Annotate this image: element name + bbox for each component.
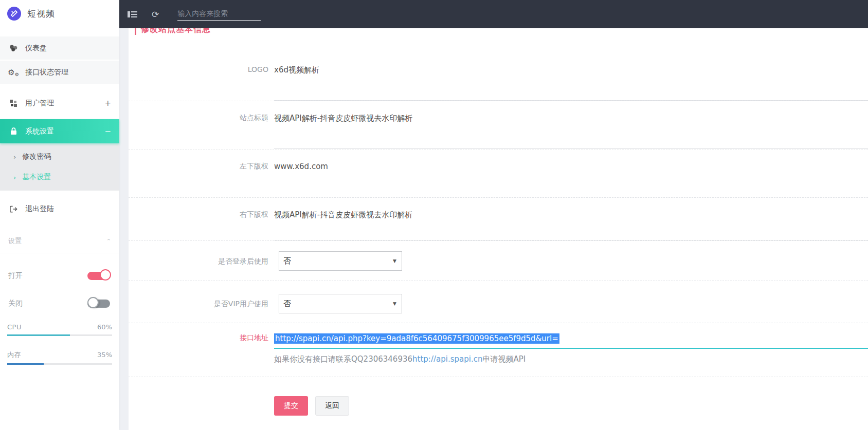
settings-form: LOGO x6d视频解析 站点标题 视频API解析-抖音皮皮虾微视去水印解析 左…	[129, 53, 868, 416]
chevron-right-icon: ›	[13, 174, 16, 181]
site-title-input[interactable]: 视频API解析-抖音皮皮虾微视去水印解析	[274, 114, 868, 149]
cpu-progress-bar	[7, 334, 112, 336]
submit-button[interactable]: 提交	[274, 396, 308, 416]
sidebar-collapse-icon[interactable]	[128, 11, 137, 18]
topbar: ⟳	[119, 0, 868, 28]
dropdown-arrow-icon: ▼	[393, 301, 396, 306]
api-url-input[interactable]: http://spapi.cn/api.php?key=9ada8f6c5640…	[274, 333, 868, 349]
dashboard-icon	[8, 44, 19, 52]
submenu-item-basic-settings[interactable]: › 基本设置	[0, 167, 119, 188]
refresh-icon[interactable]: ⟳	[152, 9, 159, 20]
brand[interactable]: 短视频	[0, 0, 119, 27]
settings-section-header[interactable]: 设置 ⌃	[0, 236, 119, 246]
submenu-item-change-password[interactable]: › 修改密码	[0, 146, 119, 167]
search-input[interactable]	[177, 9, 261, 17]
open-toggle[interactable]	[87, 271, 111, 281]
sidebar-item-system-settings[interactable]: 系统设置 −	[0, 119, 119, 143]
main-content: 修改站点基本信息 LOGO x6d视频解析 站点标题 视频API解析-抖音皮皮虾…	[129, 28, 868, 430]
form-row-api-url: 接口地址 http://spapi.cn/api.php?key=9ada8f6…	[129, 323, 868, 377]
vip-required-select[interactable]: 否 ▼	[279, 294, 402, 313]
api-help-link[interactable]: http://api.spapi.cn	[412, 354, 482, 364]
memory-progress-bar	[7, 363, 112, 365]
cpu-meter: CPU 60%	[0, 323, 119, 336]
form-row-login-required: 是否登录后使用 否 ▼	[129, 241, 868, 281]
right-copyright-input[interactable]: 视频API解析-抖音皮皮虾微视去水印解析	[274, 210, 868, 240]
sidebar-item-dashboard[interactable]: 仪表盘	[0, 36, 119, 61]
api-url-selected-text: http://spapi.cn/api.php?key=9ada8f6c5640…	[274, 333, 559, 344]
app-title: 短视频	[27, 8, 55, 20]
brand-logo-icon	[7, 7, 21, 21]
sidebar-item-logout[interactable]: 退出登陆	[0, 197, 119, 221]
left-copyright-input[interactable]: www.x6d.com	[274, 162, 868, 197]
form-actions: 提交 返回	[129, 396, 868, 416]
toggle-row-close: 关闭	[0, 298, 119, 309]
form-row-vip-required: 是否VIP用户使用 否 ▼	[129, 281, 868, 323]
expand-plus-icon[interactable]: +	[104, 99, 111, 108]
login-required-select[interactable]: 否 ▼	[279, 251, 402, 271]
gears-icon: ⚙⚙	[8, 68, 19, 77]
system-settings-submenu: › 修改密码 › 基本设置	[0, 143, 119, 191]
sidebar-item-api-status[interactable]: ⚙⚙ 接口状态管理	[0, 61, 119, 85]
sidebar-menu: 仪表盘 ⚙⚙ 接口状态管理 用户管理 + 系统设置 − › 修改密码	[0, 36, 119, 221]
form-row-logo: LOGO x6d视频解析	[129, 53, 868, 101]
search-field	[177, 8, 261, 21]
memory-meter: 内存 35%	[0, 350, 119, 365]
collapse-minus-icon[interactable]: −	[104, 127, 111, 136]
back-button[interactable]: 返回	[315, 396, 349, 416]
api-help-text: 如果你没有接口请联系QQ2306346936http://api.spapi.c…	[274, 354, 868, 364]
logo-input[interactable]: x6d视频解析	[274, 65, 868, 101]
chevron-right-icon: ›	[13, 153, 16, 161]
lock-icon	[8, 127, 19, 135]
form-row-right-copyright: 右下版权 视频API解析-抖音皮皮虾微视去水印解析	[129, 198, 868, 241]
chevron-up-icon: ⌃	[106, 238, 111, 245]
sidebar-item-users[interactable]: 用户管理 +	[0, 91, 119, 115]
divider	[0, 253, 119, 253]
dropdown-arrow-icon: ▼	[393, 258, 396, 264]
form-row-left-copyright: 左下版权 www.x6d.com	[129, 149, 868, 198]
close-toggle[interactable]	[87, 298, 111, 309]
toggle-row-open: 打开	[0, 271, 119, 281]
form-row-site-title: 站点标题 视频API解析-抖音皮皮虾微视去水印解析	[129, 101, 868, 149]
logout-icon	[8, 205, 19, 213]
sidebar: 短视频 仪表盘 ⚙⚙ 接口状态管理 用户管理 + 系统设置 −	[0, 0, 119, 430]
grid-icon	[8, 100, 19, 107]
